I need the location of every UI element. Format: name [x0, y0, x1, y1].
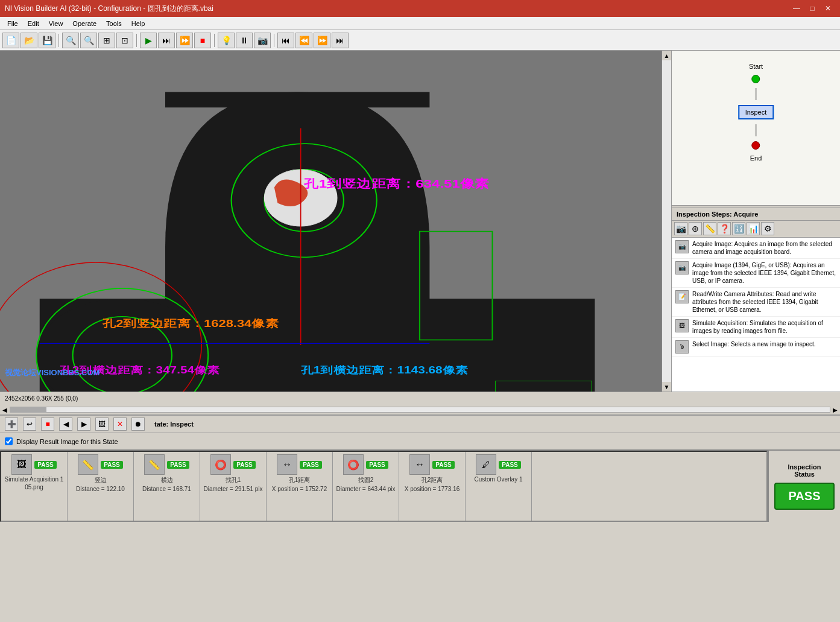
tb-zoom-fit[interactable]: ⊞	[98, 33, 115, 48]
display-result-checkbox[interactable]	[5, 437, 13, 445]
minimize-button[interactable]: —	[789, 2, 804, 14]
steps-tb-1[interactable]: 📷	[674, 222, 687, 235]
strip-step-1[interactable]: 📏 PASS 竖边 Distance = 122.10	[68, 452, 134, 521]
strip-step-4[interactable]: ↔ PASS 孔1距离 X position = 1752.72	[267, 452, 333, 521]
image-hscrollbar[interactable]: ◀ ▶	[0, 405, 840, 414]
strip-step-3[interactable]: ⭕ PASS 找孔1 Diameter = 291.51 pix	[200, 452, 267, 521]
svg-rect-1	[165, 92, 429, 107]
scroll-right-btn[interactable]: ▶	[830, 405, 840, 414]
main-layout: 孔1到竖边距离：634.51像素 孔2到竖边距离：1628.34像素 孔2到横边…	[0, 51, 840, 392]
state-btn-prev[interactable]: ◀	[59, 417, 72, 431]
tb-stop[interactable]: ■	[194, 33, 211, 48]
menu-operate[interactable]: Operate	[68, 19, 101, 28]
strip-icon-4: ↔	[277, 454, 297, 475]
strip-name-7: Custom Overlay 1	[474, 476, 522, 483]
step-label-0: Acquire Image: Acquires an image from th…	[692, 240, 836, 256]
strip-icon-6: ↔	[409, 454, 430, 475]
step-item-4[interactable]: 🖱 Select Image: Selects a new image to i…	[672, 338, 840, 357]
strip-step-0[interactable]: 🖼 PASS Simulate Acquisition 1 05.png	[1, 452, 68, 521]
menu-view[interactable]: View	[44, 19, 68, 28]
tb-light[interactable]: 💡	[218, 33, 235, 48]
step-item-0[interactable]: 📷 Acquire Image: Acquires an image from …	[672, 238, 840, 259]
inspection-status-label: Inspection Status	[788, 463, 821, 478]
strip-step-7[interactable]: 🖊 PASS Custom Overlay 1	[466, 452, 532, 521]
status-text: 2452x2056 0.36X 255 (0,0)	[5, 395, 78, 402]
steps-tb-5[interactable]: 🔢	[732, 222, 745, 235]
inspection-status-panel: Inspection Status PASS	[768, 451, 840, 522]
strip-step-2[interactable]: 📏 PASS 横边 Distance = 168.71	[134, 452, 200, 521]
strip-pass-2: PASS	[167, 461, 189, 469]
strip-pass-3: PASS	[233, 461, 256, 469]
step-item-1[interactable]: 📷 Acquire Image (1394, GigE, or USB): Ac…	[672, 259, 840, 288]
svg-point-6	[73, 317, 172, 392]
tb-snap[interactable]: 📷	[254, 33, 271, 48]
state-btn-img[interactable]: 🖼	[95, 417, 109, 431]
step-label-2: Read/Write Camera Attributes: Read and w…	[692, 290, 836, 314]
state-btn-rec[interactable]: ⏺	[131, 417, 145, 431]
flow-inspect-node[interactable]: Inspect	[738, 105, 774, 119]
flow-start-label: Start	[749, 63, 763, 70]
inspection-strip: 🖼 PASS Simulate Acquisition 1 05.png 📏 P…	[0, 449, 840, 522]
tb-zoom-100[interactable]: ⊡	[116, 33, 133, 48]
step-label-4: Select Image: Selects a new image to ins…	[692, 340, 816, 348]
scroll-left-btn[interactable]: ◀	[0, 405, 10, 414]
tb-save[interactable]: 💾	[39, 33, 55, 48]
scroll-thumb	[662, 60, 672, 382]
main-image: 孔1到竖边距离：634.51像素 孔2到竖边距离：1628.34像素 孔2到横边…	[0, 51, 661, 392]
steps-tb-3[interactable]: 📏	[703, 222, 716, 235]
state-btn-x[interactable]: ✕	[113, 417, 127, 431]
steps-tb-2[interactable]: ⊕	[689, 222, 702, 235]
steps-tb-6[interactable]: 📊	[747, 222, 760, 235]
tb-step2[interactable]: ⏩	[176, 33, 193, 48]
tb-run[interactable]: ▶	[140, 33, 157, 48]
inspection-steps-header: Inspection Steps: Acquire	[672, 208, 840, 221]
tb-img-last[interactable]: ⏭	[332, 33, 349, 48]
flow-end-node	[752, 141, 760, 150]
tb-open[interactable]: 📂	[21, 33, 37, 48]
hscroll-thumb	[10, 407, 46, 412]
menu-tools[interactable]: Tools	[101, 19, 127, 28]
state-btn-stop[interactable]: ■	[41, 417, 54, 431]
maximize-button[interactable]: □	[805, 2, 819, 14]
strip-name-3: 找孔1	[226, 476, 241, 484]
state-btn-add[interactable]: ➕	[5, 417, 18, 431]
state-btn-back[interactable]: ↩	[23, 417, 36, 431]
image-scrollbar-v[interactable]: ▲ ▼	[662, 51, 671, 392]
tb-step[interactable]: ⏭	[158, 33, 175, 48]
right-panel: Start Inspect End Inspection Steps: Acqu…	[671, 51, 840, 392]
menu-file[interactable]: File	[2, 19, 23, 28]
step-item-2[interactable]: 📝 Read/Write Camera Attributes: Read and…	[672, 288, 840, 317]
strip-name-6: 孔2距离	[422, 476, 443, 484]
pass-result-display: PASS	[774, 483, 835, 510]
title-bar-controls: — □ ✕	[789, 2, 835, 14]
tb-zoom-out[interactable]: 🔍	[80, 33, 97, 48]
status-bar: 2452x2056 0.36X 255 (0,0)	[0, 392, 840, 405]
menu-edit[interactable]: Edit	[23, 19, 44, 28]
svg-point-3	[264, 170, 344, 232]
step-item-3[interactable]: 🖼 Simulate Acquisition: Simulates the ac…	[672, 317, 840, 338]
strip-name-4: 孔1距离	[289, 476, 311, 484]
steps-tb-4[interactable]: ❓	[718, 222, 731, 235]
scroll-up-btn[interactable]: ▲	[662, 51, 672, 60]
tb-zoom-in[interactable]: 🔍	[62, 33, 79, 48]
strip-icon-1: 📏	[78, 454, 98, 475]
tb-pause[interactable]: ⏸	[236, 33, 253, 48]
close-button[interactable]: ✕	[821, 2, 835, 14]
tb-new[interactable]: 📄	[2, 33, 19, 48]
strip-name-5: 找圆2	[358, 476, 374, 484]
strip-pass-1: PASS	[101, 461, 123, 469]
tb-img-prev[interactable]: ⏪	[295, 33, 312, 48]
display-result-bar: Display Result Image for this State	[0, 433, 840, 449]
scroll-down-btn[interactable]: ▼	[662, 382, 672, 392]
strip-step-6[interactable]: ↔ PASS 孔2距离 X position = 1773.16	[399, 452, 466, 521]
tb-img-next[interactable]: ⏩	[314, 33, 330, 48]
strip-icon-3: ⭕	[210, 454, 231, 475]
tb-prev[interactable]: ⏮	[277, 33, 294, 48]
strip-step-5[interactable]: ⭕ PASS 找圆2 Diameter = 643.44 pix	[333, 452, 399, 521]
strip-icon-0: 🖼	[11, 454, 32, 475]
steps-tb-7[interactable]: ⚙	[761, 222, 774, 235]
state-btn-next[interactable]: ▶	[77, 417, 90, 431]
menu-help[interactable]: Help	[127, 19, 150, 28]
hscroll-track	[10, 407, 830, 413]
strip-icon-2: 📏	[144, 454, 165, 475]
